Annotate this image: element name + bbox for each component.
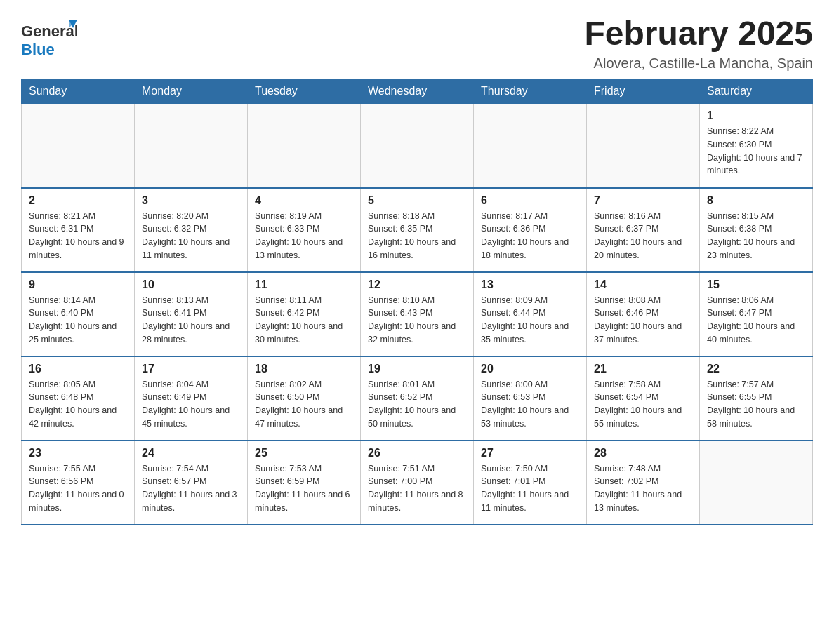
- calendar-cell-w1-d1: [22, 104, 135, 188]
- calendar-cell-w4-d6: 21Sunrise: 7:58 AMSunset: 6:54 PMDayligh…: [587, 356, 700, 441]
- day-info: Sunrise: 7:53 AMSunset: 6:59 PMDaylight:…: [255, 462, 353, 515]
- calendar-cell-w2-d3: 4Sunrise: 8:19 AMSunset: 6:33 PMDaylight…: [248, 188, 361, 272]
- header-monday: Monday: [135, 79, 248, 104]
- day-number: 12: [368, 279, 466, 291]
- calendar-week-3: 9Sunrise: 8:14 AMSunset: 6:40 PMDaylight…: [22, 272, 813, 356]
- day-info: Sunrise: 7:48 AMSunset: 7:02 PMDaylight:…: [594, 462, 692, 515]
- day-info: Sunrise: 8:15 AMSunset: 6:38 PMDaylight:…: [707, 210, 805, 262]
- header-saturday: Saturday: [700, 79, 813, 104]
- logo: General Blue: [21, 14, 77, 63]
- day-number: 7: [594, 194, 692, 207]
- calendar-cell-w3-d4: 12Sunrise: 8:10 AMSunset: 6:43 PMDayligh…: [361, 272, 474, 356]
- day-number: 13: [481, 279, 579, 291]
- calendar-cell-w1-d5: [474, 104, 587, 188]
- calendar-week-5: 23Sunrise: 7:55 AMSunset: 6:56 PMDayligh…: [22, 441, 813, 525]
- day-number: 9: [29, 279, 127, 291]
- day-number: 1: [707, 109, 805, 122]
- day-info: Sunrise: 8:00 AMSunset: 6:53 PMDaylight:…: [481, 378, 579, 431]
- day-number: 17: [142, 363, 240, 375]
- calendar-cell-w4-d3: 18Sunrise: 8:02 AMSunset: 6:50 PMDayligh…: [248, 356, 361, 441]
- calendar-cell-w3-d7: 15Sunrise: 8:06 AMSunset: 6:47 PMDayligh…: [700, 272, 813, 356]
- calendar-cell-w4-d5: 20Sunrise: 8:00 AMSunset: 6:53 PMDayligh…: [474, 356, 587, 441]
- calendar-cell-w5-d6: 28Sunrise: 7:48 AMSunset: 7:02 PMDayligh…: [587, 441, 700, 525]
- title-section: February 2025 Alovera, Castille-La Manch…: [584, 14, 813, 72]
- day-number: 10: [142, 279, 240, 291]
- calendar-cell-w1-d2: [135, 104, 248, 188]
- day-info: Sunrise: 7:54 AMSunset: 6:57 PMDaylight:…: [142, 462, 240, 515]
- calendar-cell-w2-d7: 8Sunrise: 8:15 AMSunset: 6:38 PMDaylight…: [700, 188, 813, 272]
- calendar-cell-w3-d2: 10Sunrise: 8:13 AMSunset: 6:41 PMDayligh…: [135, 272, 248, 356]
- day-number: 5: [368, 194, 466, 207]
- calendar-cell-w5-d2: 24Sunrise: 7:54 AMSunset: 6:57 PMDayligh…: [135, 441, 248, 525]
- calendar-cell-w3-d3: 11Sunrise: 8:11 AMSunset: 6:42 PMDayligh…: [248, 272, 361, 356]
- page-header: General Blue February 2025 Alovera, Cast…: [21, 14, 813, 72]
- calendar-table: Sunday Monday Tuesday Wednesday Thursday…: [21, 79, 813, 525]
- calendar-cell-w3-d5: 13Sunrise: 8:09 AMSunset: 6:44 PMDayligh…: [474, 272, 587, 356]
- calendar-header-row: Sunday Monday Tuesday Wednesday Thursday…: [22, 79, 813, 104]
- calendar-cell-w4-d4: 19Sunrise: 8:01 AMSunset: 6:52 PMDayligh…: [361, 356, 474, 441]
- day-info: Sunrise: 7:57 AMSunset: 6:55 PMDaylight:…: [707, 378, 805, 431]
- day-info: Sunrise: 8:13 AMSunset: 6:41 PMDaylight:…: [142, 294, 240, 347]
- day-number: 3: [142, 194, 240, 207]
- day-number: 24: [142, 447, 240, 459]
- day-number: 23: [29, 447, 127, 459]
- day-number: 11: [255, 279, 353, 291]
- day-info: Sunrise: 7:51 AMSunset: 7:00 PMDaylight:…: [368, 462, 466, 515]
- header-tuesday: Tuesday: [248, 79, 361, 104]
- day-info: Sunrise: 8:18 AMSunset: 6:35 PMDaylight:…: [368, 210, 466, 262]
- calendar-cell-w4-d1: 16Sunrise: 8:05 AMSunset: 6:48 PMDayligh…: [22, 356, 135, 441]
- calendar-week-2: 2Sunrise: 8:21 AMSunset: 6:31 PMDaylight…: [22, 188, 813, 272]
- day-info: Sunrise: 8:09 AMSunset: 6:44 PMDaylight:…: [481, 294, 579, 347]
- day-number: 20: [481, 363, 579, 375]
- day-number: 26: [368, 447, 466, 459]
- day-info: Sunrise: 8:20 AMSunset: 6:32 PMDaylight:…: [142, 210, 240, 262]
- day-number: 21: [594, 363, 692, 375]
- day-number: 16: [29, 363, 127, 375]
- page-title: February 2025: [584, 14, 813, 53]
- calendar-cell-w1-d4: [361, 104, 474, 188]
- day-info: Sunrise: 8:22 AMSunset: 6:30 PMDaylight:…: [707, 125, 805, 177]
- calendar-cell-w2-d1: 2Sunrise: 8:21 AMSunset: 6:31 PMDaylight…: [22, 188, 135, 272]
- header-thursday: Thursday: [474, 79, 587, 104]
- day-number: 2: [29, 194, 127, 207]
- calendar-cell-w2-d4: 5Sunrise: 8:18 AMSunset: 6:35 PMDaylight…: [361, 188, 474, 272]
- day-number: 6: [481, 194, 579, 207]
- day-number: 14: [594, 279, 692, 291]
- day-info: Sunrise: 8:16 AMSunset: 6:37 PMDaylight:…: [594, 210, 692, 262]
- day-info: Sunrise: 8:19 AMSunset: 6:33 PMDaylight:…: [255, 210, 353, 262]
- calendar-cell-w1-d3: [248, 104, 361, 188]
- calendar-cell-w5-d5: 27Sunrise: 7:50 AMSunset: 7:01 PMDayligh…: [474, 441, 587, 525]
- calendar-cell-w2-d6: 7Sunrise: 8:16 AMSunset: 6:37 PMDaylight…: [587, 188, 700, 272]
- calendar-cell-w5-d4: 26Sunrise: 7:51 AMSunset: 7:00 PMDayligh…: [361, 441, 474, 525]
- day-number: 18: [255, 363, 353, 375]
- day-info: Sunrise: 8:10 AMSunset: 6:43 PMDaylight:…: [368, 294, 466, 347]
- day-number: 28: [594, 447, 692, 459]
- header-wednesday: Wednesday: [361, 79, 474, 104]
- day-info: Sunrise: 8:08 AMSunset: 6:46 PMDaylight:…: [594, 294, 692, 347]
- calendar-cell-w2-d2: 3Sunrise: 8:20 AMSunset: 6:32 PMDaylight…: [135, 188, 248, 272]
- page-subtitle: Alovera, Castille-La Mancha, Spain: [584, 55, 813, 72]
- calendar-week-1: 1Sunrise: 8:22 AMSunset: 6:30 PMDaylight…: [22, 104, 813, 188]
- logo-icon: General Blue: [21, 14, 77, 63]
- day-number: 4: [255, 194, 353, 207]
- calendar-cell-w5-d1: 23Sunrise: 7:55 AMSunset: 6:56 PMDayligh…: [22, 441, 135, 525]
- day-info: Sunrise: 8:02 AMSunset: 6:50 PMDaylight:…: [255, 378, 353, 431]
- calendar-cell-w5-d7: [700, 441, 813, 525]
- day-info: Sunrise: 8:01 AMSunset: 6:52 PMDaylight:…: [368, 378, 466, 431]
- day-info: Sunrise: 7:50 AMSunset: 7:01 PMDaylight:…: [481, 462, 579, 515]
- calendar-cell-w2-d5: 6Sunrise: 8:17 AMSunset: 6:36 PMDaylight…: [474, 188, 587, 272]
- calendar-cell-w3-d1: 9Sunrise: 8:14 AMSunset: 6:40 PMDaylight…: [22, 272, 135, 356]
- day-info: Sunrise: 8:11 AMSunset: 6:42 PMDaylight:…: [255, 294, 353, 347]
- day-info: Sunrise: 8:04 AMSunset: 6:49 PMDaylight:…: [142, 378, 240, 431]
- svg-text:Blue: Blue: [21, 41, 55, 58]
- header-sunday: Sunday: [22, 79, 135, 104]
- day-info: Sunrise: 7:55 AMSunset: 6:56 PMDaylight:…: [29, 462, 127, 515]
- calendar-cell-w1-d6: [587, 104, 700, 188]
- day-info: Sunrise: 8:17 AMSunset: 6:36 PMDaylight:…: [481, 210, 579, 262]
- day-info: Sunrise: 8:06 AMSunset: 6:47 PMDaylight:…: [707, 294, 805, 347]
- day-info: Sunrise: 8:14 AMSunset: 6:40 PMDaylight:…: [29, 294, 127, 347]
- calendar-cell-w3-d6: 14Sunrise: 8:08 AMSunset: 6:46 PMDayligh…: [587, 272, 700, 356]
- day-number: 25: [255, 447, 353, 459]
- calendar-cell-w4-d7: 22Sunrise: 7:57 AMSunset: 6:55 PMDayligh…: [700, 356, 813, 441]
- calendar-cell-w1-d7: 1Sunrise: 8:22 AMSunset: 6:30 PMDaylight…: [700, 104, 813, 188]
